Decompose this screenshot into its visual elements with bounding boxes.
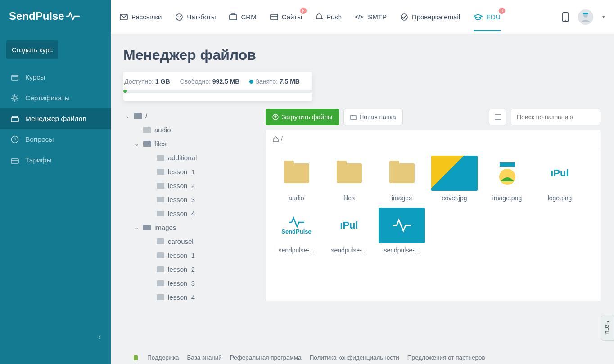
storage-stats: Доступно: 1 GB Свободно: 992.5 MB Занято… — [123, 72, 312, 101]
sidebar-item-2[interactable]: Менеджер файлов — [0, 108, 111, 129]
nav-Сайты[interactable]: Сайтыβ — [270, 13, 302, 21]
android-icon[interactable] — [132, 354, 139, 361]
nav-Проверка email[interactable]: Проверка email — [400, 13, 460, 21]
user-avatar[interactable] — [578, 9, 593, 25]
folder-icon — [157, 169, 164, 175]
image-thumb: SendPulse — [273, 208, 320, 243]
sidebar-item-3[interactable]: ?Вопросы — [0, 129, 111, 150]
upload-button[interactable]: Загрузить файлы — [266, 109, 339, 125]
footer-link[interactable]: Политика конфиденциальности — [310, 354, 399, 361]
svg-point-10 — [180, 16, 181, 17]
folder-icon — [157, 280, 164, 286]
tree-node[interactable]: lesson_3 — [123, 193, 257, 207]
file-tile[interactable]: files — [326, 156, 372, 202]
tree-node[interactable]: lesson_2 — [123, 262, 257, 276]
folder-icon — [134, 113, 142, 119]
image-thumb — [484, 156, 530, 191]
caret-icon: ⌄ — [125, 113, 131, 119]
tree-node[interactable]: lesson_3 — [123, 276, 257, 290]
nav-Push[interactable]: Push — [316, 13, 342, 21]
list-view-button[interactable] — [489, 109, 506, 125]
tree-node[interactable]: additional — [123, 151, 257, 165]
upload-icon — [272, 114, 279, 120]
caret-down-icon[interactable]: ▾ — [602, 14, 605, 20]
tree-node[interactable]: ⌄/ — [123, 109, 257, 123]
footer-link[interactable]: Реферальная программа — [230, 354, 302, 361]
file-tile[interactable]: audio — [273, 156, 320, 202]
beta-badge: β — [499, 8, 505, 14]
folder-icon — [157, 266, 164, 272]
svg-rect-20 — [500, 162, 515, 167]
folder-icon — [157, 252, 164, 258]
file-tile[interactable]: cover.jpg — [431, 156, 478, 202]
main-content: Менеджер файлов Доступно: 1 GB Свободно:… — [111, 34, 614, 352]
mobile-icon[interactable] — [562, 12, 569, 22]
folder-icon — [157, 294, 164, 300]
nav-CRM[interactable]: CRM — [229, 13, 256, 21]
search-input[interactable] — [511, 109, 601, 125]
file-tile[interactable]: image.png — [484, 156, 530, 202]
chat-tab[interactable]: Чаты — [601, 315, 614, 341]
file-toolbar: Загрузить файлы Новая папка — [266, 109, 601, 125]
svg-rect-18 — [583, 13, 588, 14]
nav-Рассылки[interactable]: Рассылки — [120, 13, 162, 21]
svg-point-8 — [176, 14, 182, 20]
sidebar-icon — [11, 74, 19, 81]
tree-node[interactable]: ⌄images — [123, 220, 257, 234]
new-folder-button[interactable]: Новая папка — [343, 109, 403, 125]
tree-node[interactable]: lesson_4 — [123, 207, 257, 220]
folder-icon — [157, 238, 164, 244]
file-tile[interactable]: images — [379, 156, 425, 202]
tree-node[interactable]: lesson_2 — [123, 179, 257, 193]
create-course-button[interactable]: Создать курс — [6, 40, 58, 59]
image-thumb: ıPul — [326, 208, 372, 243]
image-thumb: ıPul — [537, 156, 583, 191]
footer-link[interactable]: Предложения от партнеров — [407, 354, 485, 361]
footer-link[interactable]: База знаний — [187, 354, 221, 361]
svg-text:</>: </> — [355, 14, 363, 20]
tree-node[interactable]: lesson_1 — [123, 248, 257, 262]
tree-node[interactable]: carousel — [123, 234, 257, 248]
svg-point-16 — [565, 20, 566, 21]
breadcrumb[interactable]: / — [266, 130, 601, 148]
file-tile[interactable]: ıPulsendpulse-... — [326, 208, 372, 254]
folder-icon — [157, 155, 164, 161]
file-tile[interactable]: ıPullogo.png — [537, 156, 583, 202]
file-name: image.png — [484, 194, 530, 202]
nav-SMTP[interactable]: </> SMTP — [355, 13, 387, 21]
file-tile[interactable]: SendPulsesendpulse-... — [273, 208, 320, 254]
svg-rect-3 — [12, 116, 18, 118]
svg-text:?: ? — [14, 137, 16, 142]
folder-icon — [157, 183, 164, 189]
footer-link[interactable]: Поддержка — [147, 354, 179, 361]
brand-logo[interactable]: SendPulse — [0, 0, 111, 32]
file-grid: audiofilesimagescover.jpgimage.pngıPullo… — [266, 148, 601, 301]
caret-icon: ⌄ — [134, 225, 140, 231]
tree-node[interactable]: lesson_4 — [123, 290, 257, 304]
nav-EDU[interactable]: EDUβ — [474, 13, 501, 21]
sidebar-item-0[interactable]: Курсы — [0, 67, 111, 88]
tree-node[interactable]: audio — [123, 123, 257, 137]
sidebar-collapse[interactable]: ‹ — [98, 332, 101, 342]
file-name: logo.png — [537, 194, 583, 202]
sidebar: SendPulse Создать курс КурсыСертификатыМ… — [0, 0, 111, 364]
folder-plus-icon — [350, 114, 357, 120]
nav-Чат-боты[interactable]: Чат-боты — [175, 13, 216, 21]
tree-node[interactable]: lesson_1 — [123, 165, 257, 179]
image-thumb — [379, 208, 425, 243]
svg-point-9 — [178, 16, 179, 17]
sidebar-item-1[interactable]: Сертификаты — [0, 88, 111, 108]
svg-rect-2 — [11, 118, 18, 122]
folder-large-icon — [284, 163, 309, 183]
sidebar-item-4[interactable]: Тарифы — [0, 150, 111, 171]
storage-progress — [123, 90, 312, 93]
image-thumb — [431, 156, 478, 191]
file-name: sendpulse-... — [379, 247, 425, 254]
tree-node[interactable]: ⌄files — [123, 137, 257, 151]
file-name: sendpulse-... — [273, 247, 320, 254]
file-name: images — [379, 194, 425, 202]
file-name: cover.jpg — [431, 194, 478, 202]
caret-icon: ⌄ — [134, 141, 140, 147]
file-tile[interactable]: sendpulse-... — [379, 208, 425, 254]
svg-rect-6 — [11, 159, 18, 163]
